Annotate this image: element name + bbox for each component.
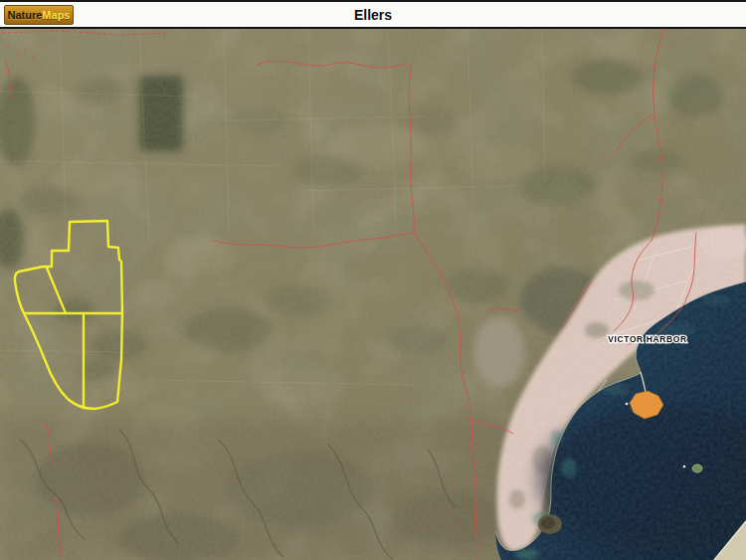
map-viewport[interactable]: VICTOR HARBOR	[0, 27, 746, 560]
page: Ellers NatureMaps	[0, 0, 746, 560]
satellite-grain-texture	[0, 29, 746, 560]
satellite-map-canvas: VICTOR HARBOR	[0, 29, 746, 560]
header-bar: Ellers NatureMaps	[0, 0, 746, 27]
naturemaps-logo[interactable]: NatureMaps	[4, 5, 74, 25]
logo-text-nature: Nature	[8, 10, 43, 21]
victor-harbor-label: VICTOR HARBOR	[608, 334, 686, 344]
logo-text-maps: Maps	[42, 10, 70, 21]
map-title: Ellers	[0, 2, 746, 27]
